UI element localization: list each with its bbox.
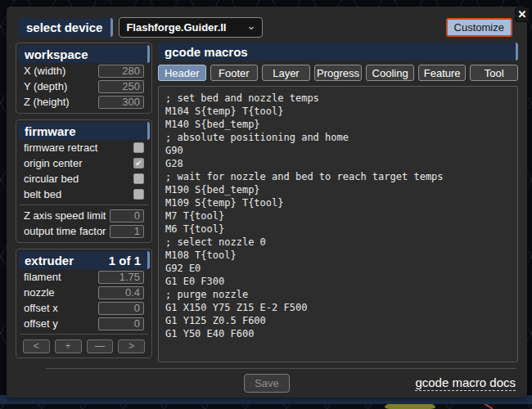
firmware-title: firmware: [25, 124, 76, 138]
firmware-panel-header: firmware: [18, 122, 150, 140]
dialog-main: workspace X (width) Y (depth) Z (height): [7, 43, 527, 362]
extruder-panel-header: extruder 1 of 1: [18, 251, 150, 269]
filament-input[interactable]: [98, 271, 144, 284]
checkbox-row-circular-bed: circular bed ✔: [18, 171, 150, 187]
firmware-panel: firmware firmware retract ✔ origin cente…: [16, 119, 152, 243]
gcode-macros-header: gcode macros: [158, 43, 518, 61]
footer-right-zone: gcode macro docs: [290, 375, 516, 391]
gcode-macro-tabs: Header Footer Layer Progress Cooling Fea…: [158, 65, 518, 81]
workspace-panel-header: workspace: [18, 45, 150, 63]
tab-footer[interactable]: Footer: [210, 65, 259, 81]
z-height-label: Z (height): [24, 96, 70, 108]
field-row-offset-y: offset y: [18, 316, 150, 331]
device-settings-dialog: ✕ select device Flashforge.Guider.II ⌄ C…: [7, 7, 527, 398]
extruder-panel: extruder 1 of 1 filament nozzle offset x…: [16, 249, 152, 358]
belt-bed-checkbox[interactable]: ✔: [133, 189, 144, 200]
extruder-remove-button[interactable]: —: [87, 339, 114, 353]
extruder-title: extruder: [25, 254, 74, 267]
extruder-add-button[interactable]: +: [55, 339, 82, 353]
origin-center-label: origin center: [24, 157, 83, 169]
gcode-macros-section: gcode macros Header Footer Layer Progres…: [158, 43, 518, 362]
dialog-footer: Save gcode macro docs: [7, 369, 527, 398]
field-row-y-depth: Y (depth): [18, 79, 150, 94]
tab-tool[interactable]: Tool: [470, 65, 518, 81]
circular-bed-label: circular bed: [24, 173, 79, 185]
tab-cooling[interactable]: Cooling: [366, 65, 414, 81]
checkbox-row-belt-bed: belt bed ✔: [18, 187, 150, 202]
select-device-label[interactable]: select device: [18, 18, 113, 37]
offset-y-input[interactable]: [98, 317, 144, 330]
dialog-top-bar: select device Flashforge.Guider.II ⌄ Cus…: [7, 7, 527, 43]
z-speed-limit-input[interactable]: [110, 209, 144, 222]
field-row-nozzle: nozzle: [18, 285, 150, 300]
extruder-count: 1 of 1: [109, 254, 141, 267]
output-time-factor-input[interactable]: [110, 225, 144, 238]
nozzle-label: nozzle: [24, 286, 55, 299]
x-width-label: X (width): [24, 65, 65, 77]
close-icon[interactable]: ✕: [515, 7, 530, 22]
settings-sidebar: workspace X (width) Y (depth) Z (height): [16, 43, 152, 358]
device-dropdown-value: Flashforge.Guider.II: [126, 21, 226, 34]
output-time-factor-label: output time factor: [24, 225, 106, 237]
checkbox-row-firmware-retract: firmware retract ✔: [18, 140, 150, 155]
tab-header[interactable]: Header: [158, 65, 206, 81]
checkbox-row-origin-center: origin center ✔: [18, 155, 150, 171]
firmware-retract-label: firmware retract: [24, 142, 97, 154]
offset-x-label: offset x: [24, 302, 58, 314]
extruder-divider: [20, 334, 148, 335]
firmware-retract-checkbox[interactable]: ✔: [133, 142, 144, 153]
field-row-filament: filament: [18, 269, 150, 285]
field-row-z-height: Z (height): [18, 94, 150, 110]
offset-x-input[interactable]: [98, 302, 144, 315]
tab-feature[interactable]: Feature: [418, 65, 467, 81]
z-height-input[interactable]: [98, 96, 144, 109]
gcode-macro-docs-link[interactable]: gcode macro docs: [415, 375, 516, 391]
y-depth-label: Y (depth): [24, 80, 67, 92]
field-row-output-time-factor: output time factor: [18, 223, 150, 239]
firmware-divider: [20, 204, 148, 205]
tab-layer[interactable]: Layer: [262, 65, 310, 81]
filament-label: filament: [24, 271, 61, 283]
y-depth-input[interactable]: [98, 80, 144, 93]
workspace-panel: workspace X (width) Y (depth) Z (height): [16, 43, 152, 114]
belt-bed-label: belt bed: [24, 188, 61, 200]
origin-center-checkbox[interactable]: ✔: [133, 158, 144, 169]
tab-progress[interactable]: Progress: [314, 65, 363, 81]
extruder-prev-button[interactable]: <: [23, 339, 50, 353]
x-width-input[interactable]: [98, 65, 144, 78]
workspace-title: workspace: [25, 47, 88, 61]
device-dropdown[interactable]: Flashforge.Guider.II ⌄: [119, 17, 263, 38]
gcode-editor[interactable]: ; set bed and nozzle temps M104 S{temp} …: [158, 86, 518, 362]
extruder-stepper-row: < + — >: [18, 337, 150, 354]
field-row-x-width: X (width): [18, 63, 150, 79]
circular-bed-checkbox[interactable]: ✔: [133, 173, 144, 184]
nozzle-input[interactable]: [98, 286, 144, 299]
z-speed-limit-label: Z axis speed limit: [24, 209, 106, 222]
field-row-offset-x: offset x: [18, 300, 150, 316]
save-button[interactable]: Save: [244, 374, 290, 393]
field-row-z-speed-limit: Z axis speed limit: [18, 208, 150, 223]
customize-button[interactable]: Customize: [446, 18, 512, 37]
extruder-next-button[interactable]: >: [118, 339, 145, 353]
offset-y-label: offset y: [24, 317, 58, 330]
gcode-macros-title: gcode macros: [165, 45, 248, 59]
chevron-down-icon: ⌄: [247, 20, 256, 32]
